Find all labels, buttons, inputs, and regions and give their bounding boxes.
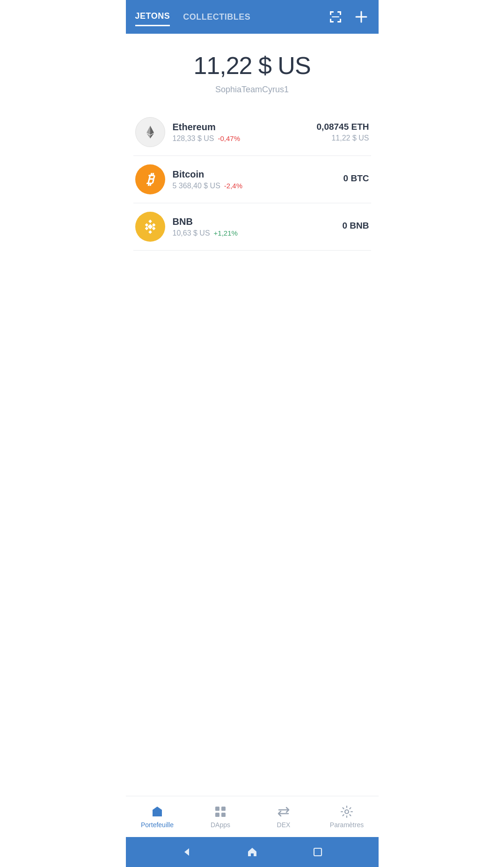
- token-price-row-bitcoin: 5 368,40 $ US -2,4%: [173, 182, 343, 190]
- svg-marker-15: [148, 220, 152, 223]
- svg-rect-25: [221, 813, 226, 817]
- recent-apps-button[interactable]: [308, 843, 327, 861]
- back-button[interactable]: [177, 843, 196, 861]
- svg-marker-17: [145, 223, 148, 227]
- svg-marker-30: [248, 848, 256, 856]
- back-icon: [182, 847, 192, 857]
- balance-section: 11,22 $ US SophiaTeamCyrus1: [126, 34, 379, 109]
- token-item-bnb[interactable]: BNB 10,63 $ US +1,21% 0 BNB: [133, 203, 371, 251]
- scan-icon: [329, 10, 342, 23]
- tab-collectibles[interactable]: COLLECTIBLES: [183, 8, 250, 26]
- nav-item-parametres[interactable]: Paramètres: [315, 801, 379, 832]
- token-icon-bitcoin: ₿: [135, 164, 165, 194]
- token-amount-bitcoin: 0 BTC: [343, 173, 369, 184]
- token-change-bitcoin: -2,4%: [224, 182, 242, 190]
- nav-label-dex: DEX: [277, 821, 291, 829]
- token-info-bitcoin: Bitcoin 5 368,40 $ US -2,4%: [173, 169, 343, 190]
- token-name-bitcoin: Bitcoin: [173, 169, 343, 180]
- bottom-navigation: Portefeuille DApps DEX: [126, 796, 379, 837]
- token-info-ethereum: Ethereum 128,33 $ US -0,47%: [173, 122, 317, 143]
- svg-marker-29: [184, 848, 189, 856]
- add-button[interactable]: [353, 9, 369, 25]
- token-balance-bnb: 0 BNB: [342, 221, 369, 233]
- svg-marker-20: [145, 227, 148, 230]
- svg-rect-31: [314, 848, 321, 856]
- token-name-bnb: BNB: [173, 216, 343, 227]
- tab-jetons[interactable]: JETONS: [135, 7, 170, 26]
- svg-rect-8: [332, 16, 339, 17]
- svg-rect-1: [330, 11, 331, 15]
- token-balance-ethereum: 0,08745 ETH 11,22 $ US: [317, 122, 369, 142]
- nav-label-dapps: DApps: [211, 821, 230, 829]
- bnb-logo: [141, 218, 159, 236]
- svg-rect-5: [330, 19, 331, 22]
- home-icon: [247, 847, 257, 857]
- token-price-bitcoin: 5 368,40 $ US: [173, 182, 220, 190]
- svg-marker-12: [150, 126, 154, 135]
- balance-amount: 11,22 $ US: [193, 52, 310, 79]
- token-list: Ethereum 128,33 $ US -0,47% 0,08745 ETH …: [126, 109, 379, 523]
- token-info-bnb: BNB 10,63 $ US +1,21%: [173, 216, 343, 237]
- system-navigation: [126, 837, 379, 867]
- svg-marker-19: [152, 227, 155, 230]
- bitcoin-logo: ₿: [146, 171, 153, 187]
- add-icon: [355, 11, 367, 23]
- svg-rect-24: [215, 813, 219, 817]
- token-price-ethereum: 128,33 $ US: [173, 134, 214, 143]
- token-price-bnb: 10,63 $ US: [173, 229, 210, 237]
- nav-label-portefeuille: Portefeuille: [141, 821, 174, 829]
- nav-label-parametres: Paramètres: [330, 821, 364, 829]
- token-icon-bnb: [135, 212, 165, 242]
- token-price-row-ethereum: 128,33 $ US -0,47%: [173, 134, 317, 143]
- recent-icon: [313, 847, 322, 857]
- dex-icon: [277, 805, 290, 818]
- svg-rect-7: [340, 19, 341, 22]
- token-item-eth[interactable]: Ethereum 128,33 $ US -0,47% 0,08745 ETH …: [133, 109, 371, 156]
- home-button[interactable]: [243, 843, 262, 861]
- dapps-icon: [214, 805, 227, 818]
- svg-point-28: [345, 810, 349, 814]
- account-name: SophiaTeamCyrus1: [215, 85, 289, 95]
- ethereum-logo: [142, 124, 159, 141]
- header-tabs: JETONS COLLECTIBLES: [135, 7, 327, 26]
- nav-item-dapps[interactable]: DApps: [189, 801, 252, 832]
- token-amount-ethereum: 0,08745 ETH: [317, 122, 369, 132]
- nav-item-dex[interactable]: DEX: [252, 801, 315, 832]
- svg-marker-16: [152, 223, 155, 227]
- token-icon-ethereum: [135, 117, 165, 147]
- token-change-ethereum: -0,47%: [218, 134, 240, 142]
- app-header: JETONS COLLECTIBLES: [126, 0, 379, 34]
- token-name-ethereum: Ethereum: [173, 122, 317, 133]
- token-change-bnb: +1,21%: [214, 229, 238, 237]
- token-balance-bitcoin: 0 BTC: [343, 173, 369, 185]
- svg-rect-23: [221, 807, 226, 811]
- nav-item-portefeuille[interactable]: Portefeuille: [126, 801, 189, 832]
- wallet-icon: [151, 805, 164, 818]
- token-item-btc[interactable]: ₿ Bitcoin 5 368,40 $ US -2,4% 0 BTC: [133, 156, 371, 203]
- header-icons: [327, 8, 369, 25]
- svg-rect-22: [215, 807, 219, 811]
- settings-icon: [340, 805, 353, 818]
- svg-marker-21: [148, 230, 152, 234]
- scan-button[interactable]: [327, 8, 344, 25]
- svg-rect-3: [340, 11, 341, 15]
- token-amount-bnb: 0 BNB: [342, 221, 369, 231]
- token-price-row-bnb: 10,63 $ US +1,21%: [173, 229, 343, 237]
- token-value-ethereum: 11,22 $ US: [317, 134, 369, 142]
